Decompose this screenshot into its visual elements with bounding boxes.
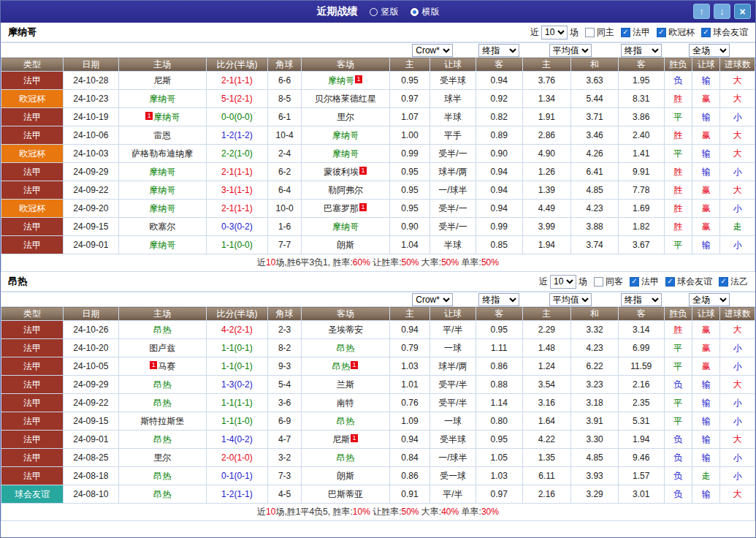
filter-near-label: 近: [539, 276, 548, 288]
league-filter-checkbox[interactable]: ✓: [665, 277, 675, 287]
summary-text: 60%: [353, 257, 370, 268]
same-venue-checkbox[interactable]: [585, 28, 595, 37]
dropdown-cell: 终指: [476, 43, 522, 58]
match-row: 法甲24-10-20图卢兹1-1(0-1)8-2昂热0.79一球1.111.48…: [1, 339, 755, 357]
corners: 4-5: [267, 485, 301, 504]
avg-draw-odds: 3.74: [571, 236, 619, 254]
handicap: 一/球半: [430, 181, 476, 200]
same-venue-checkbox[interactable]: [594, 277, 603, 287]
away-odds: 0.85: [476, 236, 522, 254]
avg-home-odds: 1.64: [522, 412, 571, 431]
recent-count-select[interactable]: 10: [541, 26, 568, 39]
dropdown-cell: 终指: [618, 43, 664, 58]
avg-draw-odds: 3.46: [571, 126, 619, 145]
handicap-verdict: 输: [692, 449, 719, 467]
team-name-text: 昂热: [153, 434, 171, 444]
average-odds-select[interactable]: 平均值: [549, 293, 592, 306]
goals-verdict: 小: [720, 236, 755, 254]
final-handicap-odds-select[interactable]: 终指: [478, 293, 519, 306]
home-odds: 0.95: [389, 181, 430, 200]
team-name-text: 马赛: [158, 361, 175, 371]
summary-row: 近10场,胜1平4负5, 胜率:10% 让胜率:50% 大率:40% 单率:30…: [1, 504, 755, 521]
summary-text: 50%: [441, 257, 459, 268]
score: 1-1(1-1): [206, 394, 267, 412]
recent-results-window: 近期战绩 竖版 横版 ↑ ↓ × 摩纳哥 近10场同主✓法甲✓欧冠杯✓球会友谊: [0, 0, 756, 538]
handicap: 受半/一: [430, 200, 476, 218]
league-filter-label: 球会友谊: [677, 276, 712, 288]
team-cell: 贝尔格莱德红星: [302, 90, 389, 108]
home-odds: 0.97: [389, 90, 430, 108]
league-filter-checkbox[interactable]: ✓: [701, 28, 711, 37]
home-odds: 0.94: [389, 321, 430, 339]
average-odds-select[interactable]: 平均值: [549, 44, 592, 57]
column-header: 让球: [692, 307, 719, 321]
dropdown-row-spacer: [1, 43, 390, 58]
match-row: 欧冠杯24-09-20摩纳哥2-1(1-1)10-0巴塞罗那10.95受半/一0…: [1, 200, 755, 218]
score: 2-1(1-1): [206, 200, 267, 218]
home-odds: 0.99: [389, 145, 430, 163]
away-odds: 0.95: [476, 321, 522, 339]
handicap-verdict: 赢: [692, 90, 719, 108]
score: 2-2(1-0): [206, 145, 267, 163]
league-filter-checkbox[interactable]: ✓: [630, 277, 639, 287]
recent-count-select[interactable]: 10: [550, 275, 576, 289]
move-down-button[interactable]: ↓: [714, 4, 730, 19]
bookmaker-select[interactable]: Crow*: [412, 293, 453, 306]
handicap-verdict: 走: [692, 467, 719, 485]
layout-option-vertical[interactable]: 竖版: [370, 6, 399, 18]
avg-draw-odds: 5.44: [571, 90, 619, 108]
league-filter-checkbox[interactable]: ✓: [719, 277, 728, 287]
avg-away-odds: 5.31: [618, 412, 664, 431]
final-handicap-odds-select[interactable]: 终指: [478, 44, 519, 57]
team-name-text: 摩纳哥: [149, 94, 175, 104]
handicap: 平/半: [430, 485, 476, 504]
bookmaker-select[interactable]: Crow*: [412, 44, 453, 57]
handicap: 受半球: [430, 72, 476, 90]
league-filter-checkbox[interactable]: ✓: [657, 28, 666, 37]
team-name-text: 巴斯蒂亚: [328, 489, 363, 499]
team-cell: 摩纳哥: [118, 90, 206, 108]
home-odds: 1.03: [389, 357, 430, 376]
column-header: 主: [389, 307, 430, 321]
team-cell: 里尔: [302, 108, 389, 126]
summary-text: 近: [257, 257, 266, 268]
match-date: 24-09-29: [63, 376, 118, 394]
dropdown-row: Crow*终指平均值终指全场: [1, 292, 755, 307]
team-name-text: 蒙彼利埃: [324, 167, 359, 177]
column-header: 主: [522, 307, 571, 321]
league-filter-checkbox[interactable]: ✓: [621, 28, 630, 37]
avg-home-odds: 1.48: [522, 339, 571, 357]
league-badge: 法甲: [1, 357, 64, 376]
radio-selected-icon: [411, 8, 419, 16]
fulltime-select[interactable]: 全场: [689, 293, 730, 306]
goals-verdict: 小: [720, 108, 755, 126]
match-row: 法甲24-09-15斯特拉斯堡1-1(1-0)6-9昂热1.09一球0.801.…: [1, 412, 755, 431]
column-header: 角球: [267, 58, 301, 72]
team-name: 昂热: [8, 275, 27, 288]
handicap-verdict: 赢: [692, 357, 719, 376]
match-date: 24-10-03: [63, 145, 118, 163]
summary-text: 10%: [353, 507, 370, 517]
layout-option-horizontal[interactable]: 横版: [411, 6, 440, 18]
avg-draw-odds: 4.23: [571, 200, 619, 218]
close-button[interactable]: ×: [734, 4, 751, 19]
fulltime-select[interactable]: 全场: [689, 44, 730, 57]
column-header: 胜负: [664, 307, 692, 321]
avg-away-odds: 6.99: [618, 339, 664, 357]
league-badge: 法甲: [1, 412, 64, 431]
final-europe-odds-select[interactable]: 终指: [621, 44, 662, 57]
team-name-text: 尼斯: [332, 434, 350, 444]
final-europe-odds-select[interactable]: 终指: [621, 293, 662, 306]
away-odds: 0.80: [476, 412, 522, 431]
home-odds: 0.84: [389, 449, 430, 467]
handicap-verdict: 输: [692, 145, 719, 163]
team-cell: 摩纳哥: [302, 218, 389, 236]
score: 2-0(1-0): [206, 449, 267, 467]
summary-text: 大率:: [419, 257, 442, 268]
filter-controls: 近10场同客✓法甲✓球会友谊✓法乙: [539, 275, 748, 289]
move-up-button[interactable]: ↑: [693, 4, 710, 19]
avg-draw-odds: 3.32: [571, 321, 619, 339]
avg-draw-odds: 3.23: [571, 376, 619, 394]
avg-home-odds: 1.91: [522, 108, 571, 126]
corners: 7-3: [267, 467, 301, 485]
